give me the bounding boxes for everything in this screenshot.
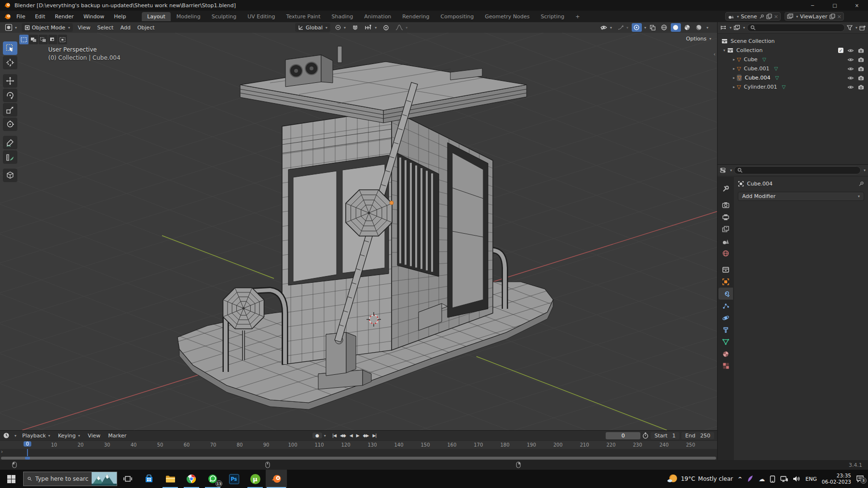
taskbar-whatsapp-icon[interactable]: 13 <box>202 470 223 488</box>
show-overlays-toggle[interactable] <box>632 23 642 32</box>
tab-material[interactable] <box>719 348 733 360</box>
properties-search-input[interactable] <box>734 166 861 174</box>
tab-particles[interactable] <box>719 300 733 312</box>
xray-toggle[interactable] <box>648 23 658 32</box>
menu-playback[interactable]: Playback▾ <box>20 432 52 439</box>
select-mode-intersect[interactable] <box>58 35 67 44</box>
ruler-tick[interactable]: 220 <box>606 442 615 448</box>
triangle-right-icon[interactable]: ▸ <box>733 85 735 89</box>
camera-icon[interactable] <box>858 57 864 62</box>
ruler-tick[interactable]: 40 <box>131 442 137 448</box>
ruler-tick[interactable]: 190 <box>527 442 536 448</box>
left-octagon-sign[interactable] <box>223 288 264 329</box>
triangle-right-icon[interactable]: ▸ <box>733 66 735 71</box>
ruler-tick[interactable]: 210 <box>580 442 589 448</box>
playhead[interactable] <box>27 449 28 456</box>
menu-tl-view[interactable]: View <box>86 432 102 439</box>
proportional-falloff-button[interactable]: ▾ <box>393 24 409 31</box>
menu-file[interactable]: File <box>12 12 29 21</box>
tool-cursor[interactable] <box>3 56 17 69</box>
timeline-ruler[interactable]: 0102030405060708090100110120130140150160… <box>0 440 717 449</box>
tab-texture[interactable] <box>719 360 733 372</box>
tool-add-cube[interactable] <box>3 169 17 182</box>
proportional-editing-button[interactable] <box>381 24 391 31</box>
ruler-tick[interactable]: 150 <box>420 442 430 448</box>
ruler-tick[interactable]: 110 <box>314 442 324 448</box>
arm-octagon-sign[interactable] <box>346 190 392 236</box>
add-modifier-button[interactable]: Add Modifier ▾ <box>738 192 864 201</box>
task-view-button[interactable] <box>117 470 138 488</box>
mode-selector[interactable]: Object Mode ▾ <box>22 23 73 32</box>
options-dropdown[interactable]: Options▾ <box>686 36 711 42</box>
tab-render[interactable] <box>719 199 733 211</box>
ruler-tick[interactable]: 70 <box>210 442 217 448</box>
ruler-tick[interactable]: 10 <box>51 442 57 448</box>
new-scene-icon[interactable] <box>766 13 772 19</box>
tool-move[interactable] <box>3 74 17 88</box>
menu-help[interactable]: Help <box>109 12 130 21</box>
properties-type-button[interactable] <box>720 167 727 173</box>
taskbar-blender-icon[interactable] <box>266 470 287 488</box>
ruler-tick[interactable]: 30 <box>104 442 110 448</box>
tab-view-layer[interactable] <box>719 223 733 235</box>
menu-render[interactable]: Render <box>51 12 78 21</box>
menu-view[interactable]: View <box>76 24 92 31</box>
outliner-row-scene-collection[interactable]: Scene Collection <box>718 37 868 46</box>
triangle-down-icon[interactable]: ▾ <box>723 48 725 53</box>
next-keyframe-button[interactable]: ◆▶ <box>362 433 370 438</box>
end-frame-field[interactable]: End250 <box>681 432 714 439</box>
outliner-type-button[interactable] <box>720 25 727 31</box>
onedrive-icon[interactable]: ☁ <box>759 475 765 483</box>
booth-front-face[interactable] <box>282 110 392 365</box>
maximize-button[interactable]: □ <box>824 0 846 11</box>
eye-icon[interactable] <box>847 76 854 80</box>
timeline-type-button[interactable] <box>3 432 10 439</box>
outliner-row-cube-001[interactable]: ▸ ▽ Cube.001 ▽ <box>718 64 868 73</box>
tab-animation[interactable]: Animation <box>359 12 396 21</box>
viewport-3d[interactable]: ▾ Object Mode ▾ View Select Add Object G… <box>0 22 717 430</box>
tab-object-data[interactable] <box>719 336 733 348</box>
menu-object[interactable]: Object <box>136 24 157 31</box>
remove-viewlayer-icon[interactable]: × <box>837 13 841 20</box>
transform-orientation-selector[interactable]: Global ▾ <box>295 23 330 32</box>
shading-rendered-button[interactable] <box>694 23 704 32</box>
tool-rotate[interactable] <box>3 89 17 102</box>
taskbar-photoshop-icon[interactable]: Ps <box>223 470 244 488</box>
volume-icon[interactable] <box>793 475 800 482</box>
eye-icon[interactable] <box>847 66 854 71</box>
tool-annotate[interactable] <box>3 136 17 149</box>
tab-physics[interactable] <box>719 312 733 324</box>
current-frame-indicator[interactable]: 0 <box>24 441 31 447</box>
ruler-tick[interactable]: 160 <box>447 442 456 448</box>
tab-sculpting[interactable]: Sculpting <box>206 12 242 21</box>
camera-icon[interactable] <box>858 76 864 80</box>
start-button[interactable] <box>0 470 22 488</box>
taskbar-explorer-icon[interactable] <box>160 470 181 488</box>
prev-keyframe-button[interactable]: ◀◆ <box>339 433 347 438</box>
tab-collection-props[interactable] <box>719 264 733 276</box>
play-reverse-button[interactable]: ◀ <box>348 433 354 438</box>
select-mode-set[interactable] <box>19 35 28 44</box>
timeline-scrollbar[interactable] <box>0 456 717 460</box>
tab-output[interactable] <box>719 211 733 223</box>
ruler-tick[interactable]: 60 <box>184 442 190 448</box>
menu-keying[interactable]: Keying▾ <box>56 432 82 439</box>
minimize-button[interactable]: ─ <box>801 0 824 11</box>
menu-marker[interactable]: Marker <box>106 432 128 439</box>
eye-icon[interactable] <box>847 57 854 62</box>
tray-expand-icon[interactable]: ^ <box>738 476 742 482</box>
tab-layout[interactable]: Layout <box>142 12 170 21</box>
play-button[interactable]: ▶ <box>355 433 361 438</box>
auto-keyframe-record-button[interactable]: ● <box>312 433 322 438</box>
scene-canvas[interactable] <box>0 33 717 430</box>
tool-select-box[interactable] <box>3 41 17 55</box>
tray-app-icon[interactable] <box>747 475 754 483</box>
select-mode-invert[interactable] <box>48 35 57 44</box>
shading-material-button[interactable] <box>682 23 692 32</box>
ruler-tick[interactable]: 80 <box>237 442 243 448</box>
tab-tool[interactable] <box>719 183 733 195</box>
collection-checkbox[interactable]: ✓ <box>838 48 843 53</box>
tab-scene[interactable] <box>719 235 733 247</box>
unlink-scene-icon[interactable]: × <box>774 13 778 20</box>
tab-modeling[interactable]: Modeling <box>171 12 206 21</box>
